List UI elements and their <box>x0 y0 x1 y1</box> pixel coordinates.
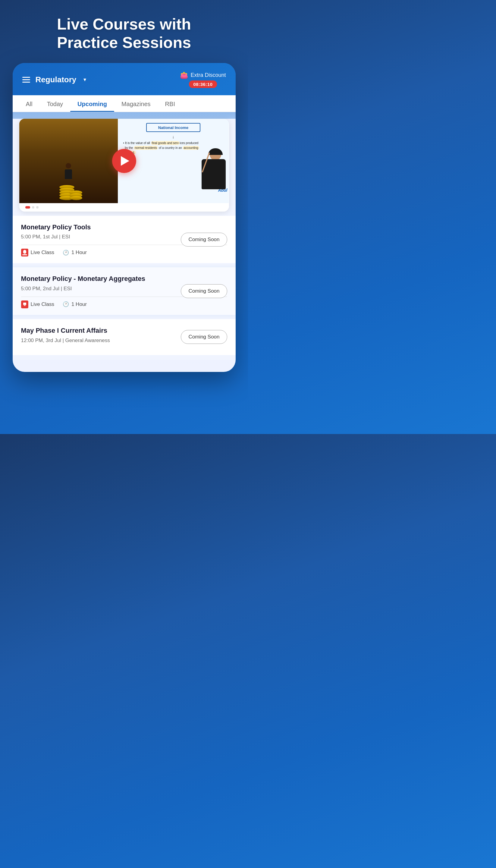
course-title-2: Monetary Policy - Monetary Aggregates <box>21 275 179 283</box>
duration-label-2: 1 Hour <box>72 301 87 307</box>
hamburger-menu[interactable] <box>22 77 30 82</box>
course-item-1: Monetary Policy Tools 5:00 PM, 1st Jul |… <box>13 216 236 263</box>
discount-label-text: Extra Discount <box>190 72 226 78</box>
tab-upcoming[interactable]: Upcoming <box>70 95 114 112</box>
video-left-scene <box>19 119 118 203</box>
course-meta-3: 12:00 PM, 3rd Jul | General Awareness <box>21 338 179 344</box>
course-item-3: May Phase I Current Affairs 12:00 PM, 3r… <box>13 319 236 355</box>
whiteboard-title: National Income <box>158 125 188 130</box>
person-figure <box>65 163 72 179</box>
coming-soon-btn-2[interactable]: Coming Soon <box>181 284 227 298</box>
play-button[interactable] <box>112 149 136 173</box>
duration-label-1: 1 Hour <box>72 250 87 255</box>
discount-section: 👛 Extra Discount 08:36:10 <box>180 72 226 88</box>
tab-rbi[interactable]: RBI <box>158 95 182 112</box>
timer-badge: 08:36:10 <box>189 80 217 88</box>
video-thumbnail: National Income ↓ • It is the value of a… <box>19 119 229 203</box>
wallet-icon: 👛 <box>180 72 188 79</box>
play-triangle-icon <box>121 156 129 166</box>
video-card: National Income ↓ • It is the value of a… <box>19 119 229 212</box>
slide-dot-3 <box>36 206 38 208</box>
course-meta-1: 5:00 PM, 1st Jul | ESI <box>21 234 179 240</box>
duration-tag-1: 🕐 1 Hour <box>63 250 87 256</box>
dropdown-arrow-icon[interactable]: ▾ <box>83 76 86 83</box>
course-title-3: May Phase I Current Affairs <box>21 326 179 335</box>
course-name-label: Regulatory <box>35 75 77 84</box>
duration-tag-2: 🕐 1 Hour <box>63 301 87 307</box>
content-area: National Income ↓ • It is the value of a… <box>13 119 236 360</box>
slide-dots <box>19 203 229 212</box>
slide-dot-2 <box>32 206 34 208</box>
course-item-2: Monetary Policy - Monetary Aggregates 5:… <box>13 267 236 315</box>
course-list: Monetary Policy Tools 5:00 PM, 1st Jul |… <box>13 216 236 358</box>
tab-all[interactable]: All <box>19 95 40 112</box>
coming-soon-btn-3[interactable]: Coming Soon <box>181 330 227 344</box>
live-class-tag-1: Live Class <box>21 249 54 257</box>
live-class-label-1: Live Class <box>31 250 54 255</box>
coming-soon-btn-1[interactable]: Coming Soon <box>181 233 227 247</box>
live-class-label-2: Live Class <box>31 301 54 307</box>
live-class-tag-2: Live Class <box>21 300 54 308</box>
teacher-figure <box>196 143 229 203</box>
svg-rect-1 <box>24 253 26 254</box>
slide-dot-active <box>25 206 30 208</box>
svg-rect-2 <box>23 303 26 305</box>
clock-icon-1: 🕐 <box>63 250 69 256</box>
tab-bar: All Today Upcoming Magazines RBI <box>13 95 236 112</box>
clock-icon-2: 🕐 <box>63 301 69 307</box>
tab-magazines[interactable]: Magazines <box>114 95 158 112</box>
course-title-1: Monetary Policy Tools <box>21 223 179 232</box>
live-icon-1 <box>21 249 28 257</box>
svg-rect-3 <box>24 305 26 306</box>
course-footer-2: Live Class 🕐 1 Hour <box>21 300 227 308</box>
course-footer-1: Live Class 🕐 1 Hour <box>21 249 227 257</box>
svg-rect-0 <box>23 251 26 253</box>
hero-section: Live Courses with Practice Sessions <box>39 0 209 63</box>
hero-title: Live Courses with Practice Sessions <box>57 15 191 52</box>
live-icon-2 <box>21 300 28 308</box>
app-header: Regulatory ▾ 👛 Extra Discount 08:36:10 <box>13 63 236 95</box>
tab-today[interactable]: Today <box>40 95 70 112</box>
app-container: Regulatory ▾ 👛 Extra Discount 08:36:10 A… <box>13 63 236 372</box>
course-meta-2: 5:00 PM, 2nd Jul | ESI <box>21 286 179 292</box>
